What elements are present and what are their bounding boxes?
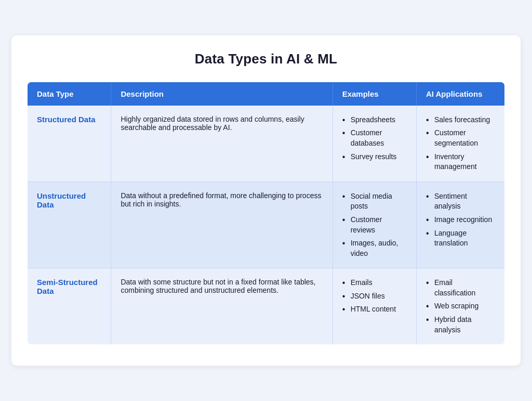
data-type-label: Semi-Structured Data <box>37 278 98 295</box>
list-item: Customer segmentation <box>426 128 495 148</box>
cell-ai-applications: Email classificationWeb scrapingHybrid d… <box>416 268 504 345</box>
list-item: Spreadsheets <box>342 115 407 125</box>
list-item: Image recognition <box>426 215 495 225</box>
list-item: Customer reviews <box>342 215 407 235</box>
list-item: Hybrid data analysis <box>426 315 495 335</box>
table-header-row: Data Type Description Examples AI Applic… <box>28 82 505 106</box>
list-item: Sales forecasting <box>426 115 495 125</box>
cell-examples: Social media postsCustomer reviewsImages… <box>332 182 416 268</box>
data-type-label: Unstructured Data <box>37 191 86 209</box>
data-types-table: Data Type Description Examples AI Applic… <box>27 82 505 345</box>
col-header-examples: Examples <box>332 82 416 106</box>
list-item: Language translation <box>426 228 495 249</box>
list-item: Emails <box>342 278 407 288</box>
cell-description: Highly organized data stored in rows and… <box>111 106 332 182</box>
table-row: Structured DataHighly organized data sto… <box>28 106 505 182</box>
list-item: Social media posts <box>342 191 407 212</box>
list-item: Sentiment analysis <box>426 191 495 212</box>
list-item: Web scraping <box>426 301 495 312</box>
cell-examples: SpreadsheetsCustomer databasesSurvey res… <box>332 106 416 182</box>
cell-data-type: Structured Data <box>28 106 111 182</box>
col-header-data-type: Data Type <box>28 82 111 106</box>
col-header-description: Description <box>111 82 332 106</box>
cell-description: Data without a predefined format, more c… <box>111 182 332 268</box>
list-item: Images, audio, video <box>342 238 407 258</box>
list-item: Inventory management <box>426 152 495 172</box>
data-type-label: Structured Data <box>37 115 96 124</box>
list-item: JSON files <box>342 291 407 302</box>
table-row: Semi-Structured DataData with some struc… <box>28 268 505 345</box>
cell-data-type: Semi-Structured Data <box>28 268 111 345</box>
cell-data-type: Unstructured Data <box>28 182 111 268</box>
list-item: Email classification <box>426 278 495 298</box>
list-item: Customer databases <box>342 128 407 148</box>
table-row: Unstructured DataData without a predefin… <box>28 182 505 268</box>
col-header-ai-applications: AI Applications <box>416 82 504 106</box>
cell-ai-applications: Sales forecastingCustomer segmentationIn… <box>416 106 504 182</box>
cell-description: Data with some structure but not in a fi… <box>111 268 332 345</box>
list-item: Survey results <box>342 152 407 162</box>
main-container: Data Types in AI & ML Data Type Descript… <box>11 35 521 366</box>
list-item: HTML content <box>342 304 407 315</box>
cell-ai-applications: Sentiment analysisImage recognitionLangu… <box>416 182 504 268</box>
cell-examples: EmailsJSON filesHTML content <box>332 268 416 345</box>
page-title: Data Types in AI & ML <box>27 51 505 67</box>
